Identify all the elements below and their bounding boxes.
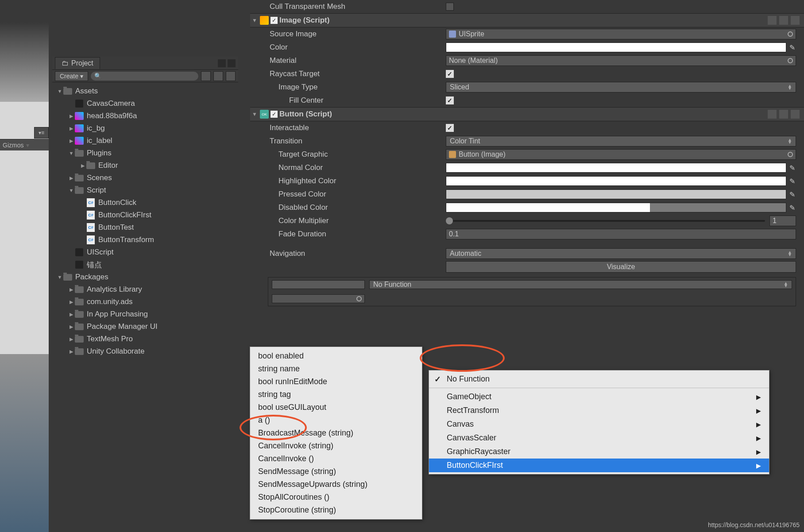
expand-arrow-icon[interactable]: ▶ <box>68 324 74 330</box>
cull-transparent-checkbox[interactable] <box>446 3 454 11</box>
material-field[interactable]: None (Material) <box>446 55 796 66</box>
expand-arrow-icon[interactable]: ▶ <box>68 312 74 317</box>
fade-duration-input[interactable]: 0.1 <box>446 229 796 239</box>
menu-item[interactable]: CancelInvoke (string) <box>250 439 422 452</box>
transition-dropdown[interactable]: Color Tint▲▼ <box>446 136 796 146</box>
tree-item[interactable]: CavasCamera <box>52 97 238 110</box>
menu-item[interactable]: string name <box>250 362 422 375</box>
expand-arrow-icon[interactable]: ▶ <box>68 299 74 305</box>
tree-item[interactable]: ▶Editor <box>52 159 238 172</box>
menu-item[interactable]: GraphicRaycaster▶ <box>429 445 769 459</box>
object-picker-icon[interactable] <box>356 296 362 301</box>
menu-item[interactable]: CancelInvoke () <box>250 452 422 465</box>
expand-arrow-icon[interactable]: ▶ <box>68 349 74 355</box>
source-image-field[interactable]: UISprite <box>446 29 796 39</box>
tree-folder-packages[interactable]: ▼ Packages <box>52 271 238 283</box>
menu-item[interactable]: SendMessage (string) <box>250 465 422 478</box>
filter-by-label-icon[interactable] <box>213 71 223 81</box>
expand-arrow-icon[interactable]: ▼ <box>68 150 74 156</box>
menu-item[interactable]: bool enabled <box>250 350 422 362</box>
color-multiplier-slider[interactable] <box>446 220 765 222</box>
tree-item[interactable]: UIScript <box>52 246 238 258</box>
tab-project[interactable]: 🗀 Project <box>55 57 100 69</box>
pressed-color-field[interactable] <box>446 189 786 199</box>
menu-item[interactable]: a () <box>250 414 422 427</box>
panel-handle[interactable]: ▾≡ <box>34 127 49 139</box>
expand-arrow-icon[interactable]: ▶ <box>68 138 74 144</box>
expand-arrow-icon[interactable]: ▼ <box>252 111 258 117</box>
normal-color-field[interactable] <box>446 163 786 173</box>
panel-lock-icon[interactable] <box>218 59 226 67</box>
tree-item[interactable]: ▼Script <box>52 184 238 197</box>
target-graphic-field[interactable]: Button (Image) <box>446 149 796 160</box>
tree-item[interactable]: ▶com.unity.ads <box>52 296 238 308</box>
event-function-dropdown[interactable]: No Function▲▼ <box>369 280 792 289</box>
event-target-field[interactable] <box>272 294 365 303</box>
object-picker-icon[interactable] <box>788 58 793 63</box>
object-picker-icon[interactable] <box>788 152 793 157</box>
highlighted-color-field[interactable] <box>446 176 786 186</box>
eyedropper-icon[interactable]: ✎ <box>788 203 796 212</box>
navigation-dropdown[interactable]: Automatic▲▼ <box>446 248 796 259</box>
menu-item-no-function[interactable]: ✓ No Function <box>429 372 769 386</box>
menu-item[interactable]: bool runInEditMode <box>250 375 422 388</box>
eyedropper-icon[interactable]: ✎ <box>788 163 796 173</box>
preset-icon[interactable] <box>779 16 788 25</box>
preset-icon[interactable] <box>779 110 788 119</box>
expand-arrow-icon[interactable]: ▼ <box>57 274 63 280</box>
tree-item[interactable]: ▶ic_label <box>52 135 238 147</box>
tree-item[interactable]: ▶head.88ba9f6a <box>52 110 238 122</box>
tree-item[interactable]: ▶TextMesh Pro <box>52 333 238 345</box>
menu-item[interactable]: StopCoroutine (string) <box>250 504 422 517</box>
expand-arrow-icon[interactable]: ▶ <box>68 113 74 119</box>
gear-icon[interactable] <box>791 110 800 119</box>
menu-item[interactable]: ButtonClickFIrst▶ <box>429 459 769 472</box>
menu-item[interactable]: Canvas▶ <box>429 417 769 431</box>
eyedropper-icon[interactable]: ✎ <box>788 42 796 52</box>
expand-arrow-icon[interactable]: ▶ <box>68 126 74 131</box>
menu-item[interactable]: string tag <box>250 388 422 401</box>
expand-arrow-icon[interactable]: ▶ <box>68 175 74 181</box>
fill-center-checkbox[interactable]: ✓ <box>446 96 454 104</box>
expand-arrow-icon[interactable]: ▶ <box>80 163 86 169</box>
menu-item[interactable]: BroadcastMessage (string) <box>250 427 422 439</box>
eyedropper-icon[interactable]: ✎ <box>788 176 796 186</box>
tree-item[interactable]: ▼Plugins <box>52 147 238 159</box>
menu-item[interactable]: CanvasScaler▶ <box>429 431 769 445</box>
gear-icon[interactable] <box>791 16 800 25</box>
expand-arrow-icon[interactable]: ▼ <box>68 188 74 193</box>
object-picker-icon[interactable] <box>788 31 793 37</box>
save-search-icon[interactable] <box>226 71 236 81</box>
gizmos-dropdown[interactable]: Gizmos ▾ <box>0 139 49 150</box>
tree-item[interactable]: 锚点 <box>52 258 238 271</box>
disabled-color-field[interactable] <box>446 203 786 212</box>
tree-item[interactable]: ▶Analytics Library <box>52 283 238 296</box>
raycast-checkbox[interactable]: ✓ <box>446 70 454 78</box>
tree-item[interactable]: C#ButtonClickFIrst <box>52 209 238 221</box>
panel-menu-icon[interactable] <box>228 59 236 67</box>
help-icon[interactable] <box>768 110 777 119</box>
menu-item[interactable]: bool useGUILayout <box>250 401 422 414</box>
tree-item[interactable]: ▶ic_bg <box>52 122 238 135</box>
expand-arrow-icon[interactable]: ▶ <box>68 287 74 293</box>
button-enabled-checkbox[interactable]: ✓ <box>271 111 278 118</box>
tree-folder-assets[interactable]: ▼ Assets <box>52 85 238 97</box>
tree-item[interactable]: C#ButtonTest <box>52 221 238 234</box>
visualize-button[interactable]: Visualize <box>446 261 796 273</box>
expand-arrow-icon[interactable]: ▼ <box>57 89 63 94</box>
expand-arrow-icon[interactable]: ▼ <box>252 17 258 23</box>
filter-by-type-icon[interactable] <box>201 71 211 81</box>
tree-item[interactable]: ▶Package Manager UI <box>52 320 238 333</box>
create-button[interactable]: Create ▾ <box>55 71 88 81</box>
component-button-header[interactable]: ▼ OK ✓ Button (Script) <box>250 107 804 121</box>
expand-arrow-icon[interactable]: ▶ <box>68 336 74 342</box>
help-icon[interactable] <box>768 16 777 25</box>
image-enabled-checkbox[interactable]: ✓ <box>271 17 278 24</box>
tree-item[interactable]: C#ButtonTransform <box>52 234 238 246</box>
component-image-header[interactable]: ▼ ✓ Image (Script) <box>250 13 804 27</box>
image-color-field[interactable] <box>446 42 786 52</box>
tree-item[interactable]: C#ButtonClick <box>52 197 238 209</box>
tree-item[interactable]: ▶Unity Collaborate <box>52 345 238 358</box>
image-type-dropdown[interactable]: Sliced▲▼ <box>446 82 796 93</box>
menu-item[interactable]: StopAllCoroutines () <box>250 491 422 504</box>
